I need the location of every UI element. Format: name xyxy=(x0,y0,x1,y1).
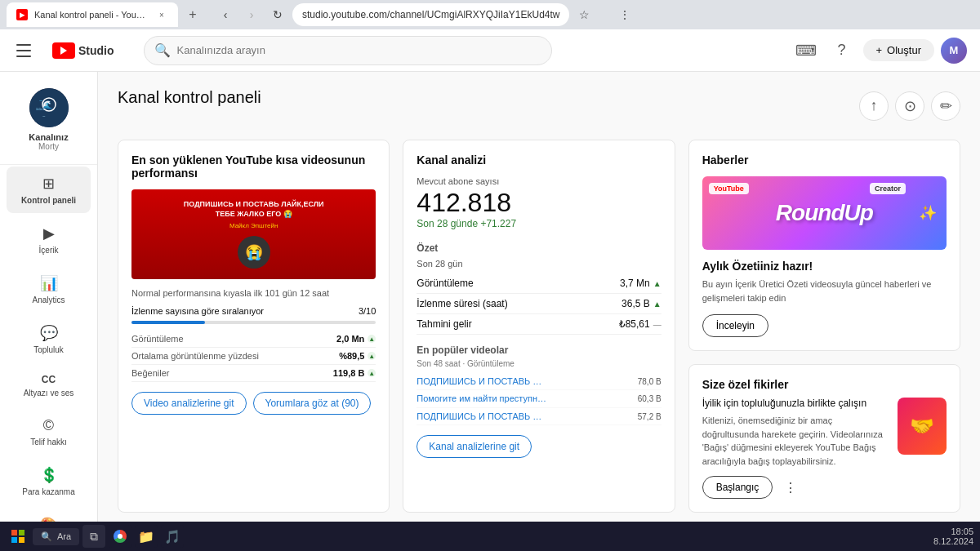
analytics-change: Son 28 günde +71.227 xyxy=(416,218,661,229)
keyboard-shortcut-button[interactable]: ⌨ xyxy=(791,36,821,65)
search-input[interactable] xyxy=(177,44,541,56)
edit-button[interactable]: ✏ xyxy=(931,91,960,121)
create-icon: + xyxy=(876,44,883,56)
taskbar: 🔍 Ara ⧉ 📁 🎵 18:05 8.12.2024 xyxy=(0,522,980,551)
popular-video-title-2: Помогите им найти преступника 😢 Ймайнера… xyxy=(416,393,547,404)
ideas-section-title: Size özel fikirler xyxy=(702,378,947,391)
comments-view-button[interactable]: Yorumlara göz at (90) xyxy=(253,392,372,415)
analytics-value-watch: 36,5 B ▲ xyxy=(621,298,662,309)
popular-video-2[interactable]: Помогите им найти преступника 😢 Ймайнера… xyxy=(416,390,661,408)
nav-actions: ⌨ ? + Oluştur M xyxy=(791,36,968,65)
metric-likes: Beğeniler 119,8 B ▲ xyxy=(131,365,376,382)
tab-close-button[interactable]: × xyxy=(155,8,168,21)
extension-button[interactable]: ⋮ xyxy=(613,3,636,26)
taskbar-chrome-app[interactable] xyxy=(109,525,131,548)
address-bar[interactable]: studio.youtube.com/channel/UCmgiAlRXYQJi… xyxy=(292,3,569,26)
create-button[interactable]: + Oluştur xyxy=(863,39,935,61)
svg-text:🌊: 🌊 xyxy=(42,100,53,110)
icerik-icon: ▶ xyxy=(43,224,55,242)
url-text: studio.youtube.com/channel/UCmgiAlRXYQJi… xyxy=(302,9,559,20)
taskbar-music-app[interactable]: 🎵 xyxy=(161,525,184,548)
new-tab-button[interactable]: + xyxy=(183,5,203,24)
browser-controls: ‹ › ↻ studio.youtube.com/channel/UCmgiAl… xyxy=(207,3,602,26)
sidebar-label-telif: Telif hakkı xyxy=(30,438,66,447)
news-card: Haberler YouTube Creator RoundUp ✨ Aylık… xyxy=(688,140,960,351)
video-analytics-button[interactable]: Video analizlerine git xyxy=(131,392,247,415)
analytics-period-label: Mevcut abone sayısı xyxy=(416,176,661,186)
sidebar-item-analytics[interactable]: 📊 Analytics xyxy=(7,266,91,313)
channel-analytics-button[interactable]: Kanal analizlerine git xyxy=(416,435,532,458)
popular-video-views-2: 60,3 B xyxy=(638,394,662,403)
sidebar-item-topluluk[interactable]: 💬 Topluluk xyxy=(7,316,91,362)
main-three-col: En son yüklenen YouTube kısa videosunun … xyxy=(118,140,960,513)
sidebar-item-kontrol[interactable]: ⊞ Kontrol paneli xyxy=(7,167,91,213)
video-thumbnail[interactable]: ПОДПИШИСЬ И ПОСТАВЬ ЛАЙК,ЕСЛИТЕБЕ ЖАЛКО … xyxy=(131,189,376,279)
explorer-icon: 📁 xyxy=(138,529,154,544)
sidebar-label-kontrol: Kontrol paneli xyxy=(21,196,76,205)
page-header-actions: ↑ ⊙ ✏ xyxy=(859,91,960,121)
analytics-overview-title: Özet xyxy=(416,242,661,254)
channel-avatar: ~ ≈≈≈ ~ 🌊 xyxy=(29,88,69,127)
sidebar-channel[interactable]: ~ ≈≈≈ ~ 🌊 Kanalınız Morty xyxy=(0,78,97,165)
logo-area[interactable]: Studio xyxy=(52,42,114,59)
user-avatar[interactable]: M xyxy=(941,38,967,64)
svg-rect-8 xyxy=(11,537,17,543)
sidebar-item-para[interactable]: 💲 Para kazanma xyxy=(7,458,91,504)
ideas-action-button[interactable]: Başlangıç xyxy=(702,476,773,499)
sidebar-label-analytics: Analytics xyxy=(32,295,65,304)
taskbar-explorer-app[interactable]: 📁 xyxy=(135,525,158,548)
bookmark-button[interactable]: ☆ xyxy=(572,3,595,26)
channel-sub-name: Morty xyxy=(38,142,59,151)
sidebar-item-icerik[interactable]: ▶ İçerik xyxy=(7,216,91,263)
top-nav: Studio 🔍 ⌨ ? + Oluştur M xyxy=(0,29,980,72)
news-subtitle: Aylık Özetiiniz hazır! xyxy=(702,260,947,273)
analytics-label-watch: İzlenme süresi (saat) xyxy=(416,298,507,309)
para-icon: 💲 xyxy=(40,466,58,484)
analytics-card: Kanal analizi Mevcut abone sayısı 412.81… xyxy=(403,140,675,513)
search-bar[interactable]: 🔍 xyxy=(144,36,552,65)
browser-tab[interactable]: ▶ Kanal kontrol paneli - YouTu... × xyxy=(7,2,178,27)
taskbar-search[interactable]: 🔍 Ara xyxy=(33,528,79,545)
sidebar-item-altyazi[interactable]: CC Altyazı ve ses xyxy=(7,366,91,406)
svg-rect-9 xyxy=(19,537,24,543)
upload-button[interactable]: ↑ xyxy=(859,91,889,121)
start-button[interactable] xyxy=(7,525,29,548)
svg-text:~: ~ xyxy=(42,113,46,118)
forward-button[interactable]: › xyxy=(240,3,263,26)
metric-views: Görüntüleme 2,0 Mn ▲ xyxy=(131,331,376,348)
reload-button[interactable]: ↻ xyxy=(266,3,289,26)
metric-value-likes: 119,8 B ▲ xyxy=(333,368,376,378)
create-label: Oluştur xyxy=(887,44,921,56)
clock-date: 8.12.2024 xyxy=(933,536,973,546)
arrow-up-avg-icon: ▲ xyxy=(368,352,376,360)
popular-video-1[interactable]: ПОДПИШИСЬ И ПОСТАВЬ ЛАЙК,ЕСЛИ ТЕБЕ Ж... … xyxy=(416,373,661,390)
back-button[interactable]: ‹ xyxy=(214,3,237,26)
analytics-subscriber-count: 412.818 xyxy=(416,188,661,218)
metric-label-likes: Beğeniler xyxy=(131,368,169,378)
popular-videos-period: Son 48 saat · Görüntüleme xyxy=(416,359,661,368)
popular-video-3[interactable]: ПОДПИШИСЬ И ПОСТАВЬ ЛАЙК,ЧТОБЫ СПАСТ... … xyxy=(416,408,661,425)
analytics-icon: 📊 xyxy=(40,274,58,292)
popular-video-title-1: ПОДПИШИСЬ И ПОСТАВЬ ЛАЙК,ЕСЛИ ТЕБЕ Ж... xyxy=(416,376,547,386)
sidebar-label-para: Para kazanma xyxy=(22,487,74,496)
kontrol-icon: ⊞ xyxy=(42,175,55,193)
progress-label: İzlenme sayısına göre sıralanıyor xyxy=(131,306,264,316)
taskview-button[interactable]: ⧉ xyxy=(82,525,105,548)
metric-label-avg: Ortalama görüntülenme yüzdesi xyxy=(131,351,259,361)
app-container: Studio 🔍 ⌨ ? + Oluştur M ~ ≈≈ xyxy=(0,29,980,551)
news-action-button[interactable]: İnceleyin xyxy=(702,314,768,337)
taskview-icon: ⧉ xyxy=(90,530,98,544)
hamburger-menu[interactable] xyxy=(13,38,39,64)
studio-text: Studio xyxy=(78,44,114,57)
sidebar-item-telif[interactable]: © Telif hakkı xyxy=(7,409,91,455)
browser-chrome: ▶ Kanal kontrol paneli - YouTu... × + ‹ … xyxy=(0,0,980,29)
analytics-actions: Kanal analizlerine git xyxy=(416,435,661,458)
ideas-more-button[interactable]: ⋮ xyxy=(779,476,802,499)
ideas-card: Size özel fikirler 🤝 İyilik için toplulu… xyxy=(688,364,960,513)
tab-favicon: ▶ xyxy=(16,9,28,20)
analytics-metric-views: Görüntüleme 3,7 Mn ▲ xyxy=(416,273,661,294)
live-button[interactable]: ⊙ xyxy=(895,91,924,121)
analytics-label-revenue: Tahmini gelir xyxy=(416,318,471,330)
clock-time: 18:05 xyxy=(933,527,973,536)
help-button[interactable]: ? xyxy=(827,36,857,65)
